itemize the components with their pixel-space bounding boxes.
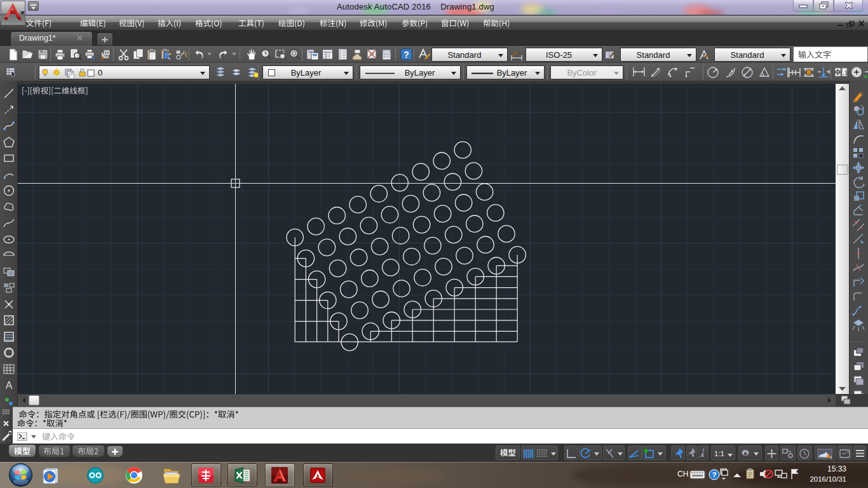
svg-text:I: I	[808, 71, 810, 75]
svg-text:A: A	[6, 380, 13, 391]
svg-text:?: ?	[712, 471, 717, 478]
svg-text:.1: .1	[843, 69, 848, 76]
svg-text:?: ?	[403, 50, 409, 60]
svg-text:!: !	[831, 456, 832, 460]
